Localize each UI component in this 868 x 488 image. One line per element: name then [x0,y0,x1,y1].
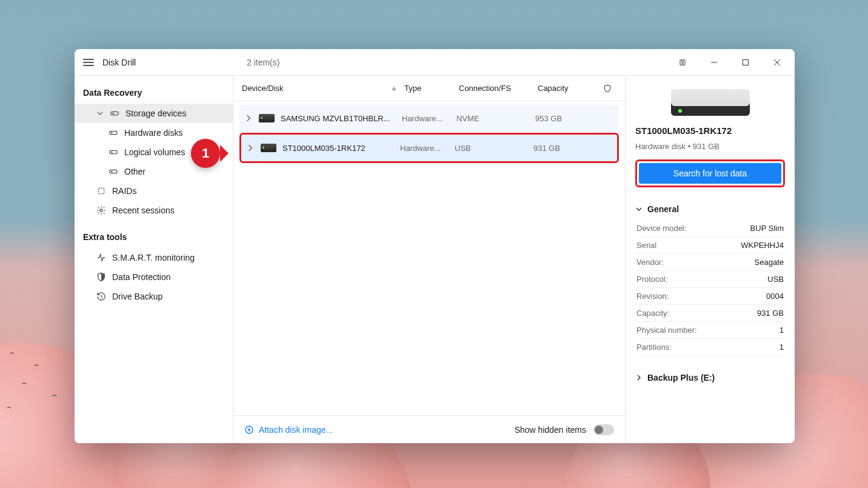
device-type: Hardware... [400,144,455,153]
sidebar-section-data-recovery: Data Recovery [75,84,233,104]
item-count: 2 item(s) [233,58,669,67]
sidebar: Data Recovery Storage devices Hardware d… [75,76,233,443]
sidebar-item-label: Logical volumes [124,147,185,157]
drive-icon [259,114,275,122]
svg-point-7 [112,132,112,133]
chevron-down-icon [96,110,104,117]
raid-icon [96,186,106,196]
svg-rect-12 [98,188,104,193]
close-button[interactable] [763,49,791,76]
titlebar: Disk Drill 2 item(s) [75,49,795,76]
kv-row: Partitions:1 [635,339,785,356]
chevron-right-icon[interactable] [244,114,253,122]
drive-illustration [671,89,750,116]
chevron-down-icon [635,206,643,213]
minimize-button[interactable] [700,49,728,76]
drive-icon [110,109,119,118]
show-hidden-toggle[interactable] [593,424,614,435]
show-hidden-label: Show hidden items [515,425,586,435]
sidebar-item-storage-devices[interactable]: Storage devices [75,104,233,123]
sidebar-item-label: Recent sessions [112,206,175,215]
device-type: Hardware... [402,114,456,123]
sidebar-item-recent-sessions[interactable]: Recent sessions [75,201,233,220]
app-title: Disk Drill [102,58,136,67]
section-general[interactable]: General [635,204,785,214]
kv-row: Protocol:USB [635,271,785,288]
app-window: Disk Drill 2 item(s) Data Recovery Stora… [75,49,795,443]
drive-icon [109,167,118,176]
device-connection: NVME [456,114,535,123]
attach-disk-image-button[interactable]: Attach disk image... [244,425,333,435]
plus-circle-icon [244,425,254,435]
history-icon [96,292,106,301]
general-properties: Device model:BUP Slim SerialWKPEHHJ4 Ven… [635,220,785,356]
kv-row: Capacity:931 GB [635,305,785,322]
table-row[interactable]: ST1000LM035-1RK172 Hardware... USB 931 G… [241,135,617,161]
svg-rect-4 [111,112,118,115]
svg-rect-10 [110,170,117,173]
column-device[interactable]: Device/Disk [242,84,391,93]
chevron-right-icon[interactable] [246,144,255,152]
gear-icon [96,206,106,215]
column-type[interactable]: Type [404,84,459,93]
table-row[interactable]: SAMSUNG MZVLB1T0HBLR... Hardware... NVME… [239,105,619,132]
selected-device-subtitle: Hardware disk • 931 GB [635,142,785,151]
kv-row: Physical number:1 [635,322,785,339]
kv-row: Device model:BUP Slim [635,220,785,237]
shield-icon [96,272,106,282]
column-capacity[interactable]: Capacity [538,84,598,93]
kv-row: Vendor:Seagate [635,254,785,271]
activity-icon [96,253,106,262]
highlight-annotation-1: ST1000LM035-1RK172 Hardware... USB 931 G… [239,133,619,163]
sidebar-item-label: Storage devices [125,109,186,118]
section-partition[interactable]: Backup Plus (E:) [635,373,785,383]
table-header: Device/Disk Type Connection/FS Capacity [233,76,625,101]
column-connection[interactable]: Connection/FS [459,84,538,93]
kv-row: Revision:0004 [635,288,785,305]
svg-point-9 [112,152,112,152]
svg-point-11 [112,171,112,172]
sidebar-item-label: RAIDs [112,186,136,196]
highlight-annotation-2: Search for lost data [635,159,785,187]
sidebar-section-extra-tools: Extra tools [75,229,233,248]
svg-point-5 [113,113,113,113]
drive-icon [109,147,118,157]
svg-rect-8 [110,150,117,153]
sidebar-item-label: S.M.A.R.T. monitoring [112,253,195,262]
sidebar-item-raids[interactable]: RAIDs [75,181,233,201]
column-protection[interactable] [598,84,616,93]
sort-desc-icon [391,85,397,92]
sidebar-item-smart[interactable]: S.M.A.R.T. monitoring [75,248,233,267]
sidebar-item-drive-backup[interactable]: Drive Backup [75,287,233,306]
sidebar-item-data-protection[interactable]: Data Protection [75,267,233,287]
device-connection: USB [455,144,533,153]
kv-row: SerialWKPEHHJ4 [635,237,785,254]
footer: Attach disk image... Show hidden items [233,415,625,443]
svg-point-13 [100,209,102,212]
svg-rect-6 [110,131,117,134]
svg-rect-1 [743,59,749,65]
device-name: SAMSUNG MZVLB1T0HBLR... [281,114,390,123]
drive-icon [261,144,276,152]
maximize-button[interactable] [732,49,760,76]
drive-icon [109,128,118,138]
device-capacity: 931 GB [533,144,594,153]
device-capacity: 953 GB [535,114,596,123]
sidebar-item-label: Drive Backup [112,292,162,301]
selected-device-name: ST1000LM035-1RK172 [635,125,785,136]
chevron-right-icon [635,374,643,381]
search-for-lost-data-button[interactable]: Search for lost data [639,163,781,184]
device-name: ST1000LM035-1RK172 [282,144,366,153]
sidebar-item-label: Other [124,167,145,176]
book-icon[interactable] [669,49,696,76]
menu-icon[interactable] [83,59,94,66]
details-pane: ST1000LM035-1RK172 Hardware disk • 931 G… [625,76,795,443]
annotation-badge-1: 1 [191,139,220,168]
shield-icon [603,84,612,93]
sidebar-item-label: Data Protection [112,272,171,282]
sidebar-item-label: Hardware disks [124,128,182,138]
